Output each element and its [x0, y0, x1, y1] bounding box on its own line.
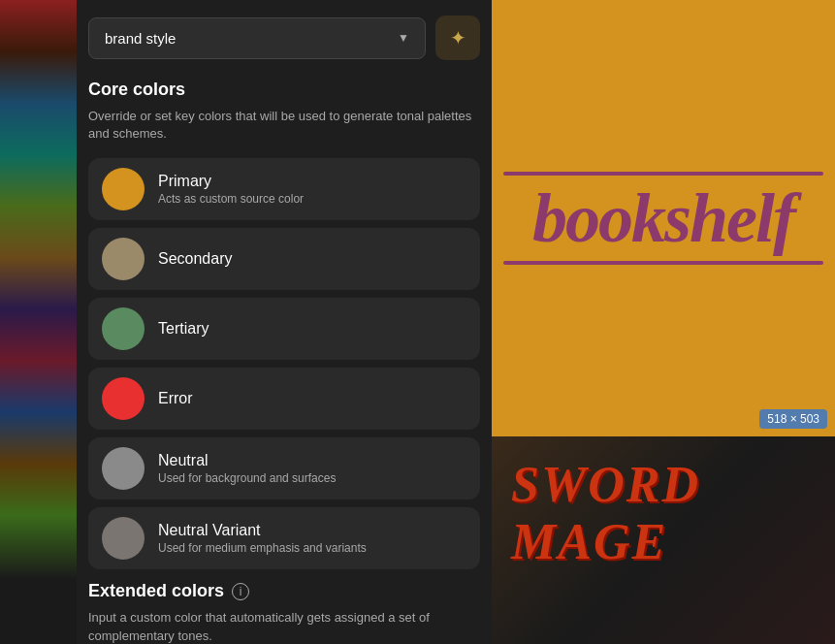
color-desc-neutral-variant: Used for medium emphasis and variants: [158, 541, 367, 555]
extended-title-row: Extended colors i: [88, 581, 480, 601]
extended-colors-title: Extended colors: [88, 581, 224, 601]
color-swatch-primary: [102, 168, 145, 210]
extended-colors-section: Extended colors i Input a custom color t…: [88, 581, 480, 644]
color-items-list: PrimaryActs as custom source colorSecond…: [88, 158, 480, 569]
color-swatch-error: [102, 377, 145, 420]
color-name-neutral-variant: Neutral Variant: [158, 522, 367, 539]
color-name-neutral: Neutral: [158, 452, 336, 469]
color-swatch-tertiary: [102, 307, 145, 350]
color-name-primary: Primary: [158, 173, 304, 190]
magic-wand-icon: ✦: [450, 26, 466, 49]
color-info-secondary: Secondary: [158, 250, 233, 268]
side-panel: brand style ▼ ✦ Core colors Override or …: [77, 0, 492, 644]
color-item-tertiary[interactable]: Tertiary: [88, 298, 480, 360]
color-desc-neutral: Used for background and surfaces: [158, 471, 336, 485]
magic-wand-button[interactable]: ✦: [435, 16, 480, 60]
chevron-down-icon: ▼: [398, 31, 409, 45]
preview-top: bookshelf 518 × 503: [492, 0, 835, 436]
color-item-neutral[interactable]: NeutralUsed for background and surfaces: [88, 437, 480, 499]
color-name-error: Error: [158, 390, 193, 407]
color-info-neutral: NeutralUsed for background and surfaces: [158, 452, 336, 485]
color-swatch-neutral: [102, 447, 145, 490]
color-desc-primary: Acts as custom source color: [158, 192, 304, 206]
color-info-error: Error: [158, 390, 193, 407]
color-item-secondary[interactable]: Secondary: [88, 228, 480, 290]
color-info-neutral-variant: Neutral VariantUsed for medium emphasis …: [158, 522, 367, 555]
panel-content: Core colors Override or set key colors t…: [77, 72, 492, 644]
bookshelf-text: bookshelf: [503, 183, 823, 253]
preview-area: bookshelf 518 × 503 SWORD MAGE: [492, 0, 835, 644]
core-colors-description: Override or set key colors that will be …: [88, 108, 480, 143]
color-item-error[interactable]: Error: [88, 368, 480, 430]
color-name-secondary: Secondary: [158, 250, 233, 268]
sword-mage-text: SWORD MAGE: [511, 456, 816, 570]
bookshelf-logo: bookshelf: [503, 172, 823, 265]
preview-bottom: SWORD MAGE: [492, 436, 835, 644]
color-info-tertiary: Tertiary: [158, 320, 209, 338]
dimension-badge: 518 × 503: [759, 409, 827, 429]
color-swatch-secondary: [102, 238, 145, 280]
dropdown-label: brand style: [105, 30, 176, 47]
color-swatch-neutral-variant: [102, 517, 145, 560]
color-item-primary[interactable]: PrimaryActs as custom source color: [88, 158, 480, 220]
sword-mage-bg: SWORD MAGE: [492, 436, 835, 644]
book-spine-strip: [0, 0, 77, 644]
color-item-neutral-variant[interactable]: Neutral VariantUsed for medium emphasis …: [88, 507, 480, 569]
brand-style-dropdown[interactable]: brand style ▼: [88, 17, 426, 59]
color-info-primary: PrimaryActs as custom source color: [158, 173, 304, 206]
color-name-tertiary: Tertiary: [158, 320, 209, 338]
core-colors-title: Core colors: [88, 80, 480, 100]
info-icon[interactable]: i: [232, 583, 249, 600]
bookshelf-bottom-line: [503, 261, 823, 265]
panel-header: brand style ▼ ✦: [77, 0, 492, 72]
bookshelf-top-line: [503, 172, 823, 176]
extended-colors-description: Input a custom color that automatically …: [88, 609, 480, 644]
